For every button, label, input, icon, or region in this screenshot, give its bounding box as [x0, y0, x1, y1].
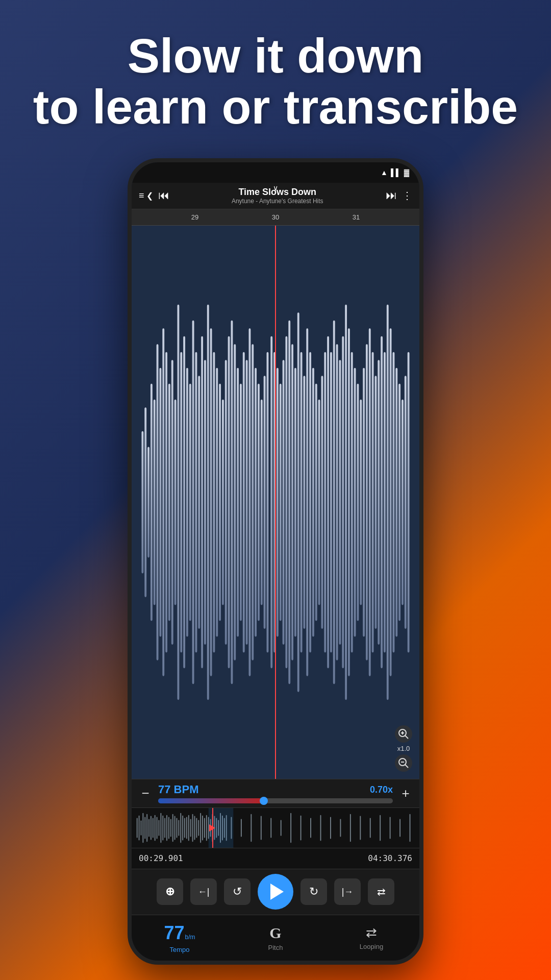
svg-rect-61 — [324, 352, 326, 652]
svg-rect-155 — [350, 814, 351, 842]
svg-rect-100 — [142, 813, 143, 843]
svg-rect-84 — [392, 352, 394, 652]
svg-rect-121 — [184, 818, 185, 838]
svg-rect-107 — [157, 817, 158, 839]
zoom-out-button[interactable] — [395, 754, 412, 772]
svg-rect-46 — [280, 383, 282, 621]
svg-rect-97 — [137, 818, 138, 838]
svg-line-91 — [405, 736, 408, 739]
svg-rect-77 — [372, 352, 374, 652]
speed-value: 0.70x — [370, 785, 393, 795]
svg-rect-15 — [186, 368, 188, 636]
svg-rect-112 — [166, 815, 167, 841]
svg-rect-48 — [285, 336, 287, 668]
svg-rect-161 — [410, 814, 411, 842]
svg-rect-6 — [159, 368, 161, 636]
prev-track-button[interactable]: ⏮ — [158, 189, 169, 202]
forward-button[interactable]: ↻ — [300, 878, 327, 905]
nav-item-looping[interactable]: ⇄ Looping — [323, 925, 419, 950]
time-total: 04:30.376 — [368, 853, 412, 863]
nav-item-pitch[interactable]: G Pitch — [228, 924, 323, 951]
pitch-icon: G — [269, 924, 281, 942]
svg-rect-153 — [330, 817, 331, 839]
zoom-in-button[interactable] — [395, 725, 412, 743]
svg-rect-158 — [380, 815, 381, 841]
tempo-display: 77 b/m — [164, 922, 195, 944]
rewind-button[interactable]: ↺ — [224, 878, 251, 905]
svg-rect-5 — [157, 344, 159, 660]
svg-rect-72 — [357, 383, 359, 621]
mini-playhead-arrow — [209, 824, 215, 831]
svg-rect-132 — [206, 815, 207, 841]
svg-rect-20 — [201, 336, 203, 668]
time-display: 00:29.901 04:30.376 — [132, 848, 419, 869]
signal-icon: ▌▌ — [391, 168, 401, 177]
svg-rect-127 — [196, 818, 197, 838]
svg-rect-89 — [408, 352, 410, 652]
svg-rect-117 — [177, 818, 178, 838]
svg-rect-36 — [248, 328, 251, 676]
svg-rect-34 — [243, 352, 245, 652]
svg-rect-12 — [177, 304, 179, 699]
hero-title: Slow it down to learn or transcribe — [31, 31, 520, 133]
svg-rect-57 — [312, 368, 314, 636]
svg-rect-80 — [381, 336, 383, 668]
svg-rect-150 — [300, 815, 302, 840]
svg-rect-32 — [237, 368, 239, 636]
svg-rect-55 — [306, 328, 308, 676]
play-button[interactable] — [258, 874, 293, 910]
timeline-ruler: 29 30 31 — [132, 209, 419, 226]
svg-rect-53 — [300, 352, 303, 652]
svg-rect-154 — [340, 819, 341, 837]
svg-rect-43 — [270, 336, 272, 668]
svg-rect-129 — [200, 813, 201, 843]
plus-button[interactable]: + — [398, 786, 413, 801]
svg-rect-35 — [246, 360, 248, 644]
svg-rect-28 — [225, 360, 227, 644]
bpm-slider-track[interactable] — [158, 798, 393, 803]
menu-button[interactable]: ≡ ❮ — [139, 190, 153, 201]
top-bar: ∨ ≡ ❮ ⏮ Time Slows Down Anytune - Anytun… — [132, 183, 419, 209]
loop-button[interactable]: ⇄ — [368, 878, 394, 905]
svg-rect-19 — [198, 376, 200, 629]
svg-rect-71 — [354, 368, 356, 636]
nav-item-tempo[interactable]: 77 b/m Tempo — [132, 922, 228, 953]
minus-button[interactable]: − — [138, 786, 153, 801]
pitch-label: Pitch — [268, 944, 283, 951]
bpm-value: 77 BPM — [158, 783, 198, 796]
more-menu-button[interactable]: ⋮ — [402, 189, 412, 202]
back-icon: ❮ — [146, 191, 153, 201]
chevron-down-icon[interactable]: ∨ — [273, 184, 278, 192]
mini-waveform[interactable] — [132, 807, 419, 848]
svg-rect-145 — [251, 814, 252, 842]
svg-rect-144 — [241, 819, 242, 837]
svg-rect-119 — [180, 813, 181, 843]
bpm-slider-thumb[interactable] — [260, 797, 268, 805]
svg-rect-157 — [370, 818, 371, 838]
tempo-unit: b/m — [185, 934, 195, 941]
svg-rect-58 — [315, 383, 317, 621]
svg-rect-63 — [330, 352, 332, 652]
prev-marker-button[interactable]: ←| — [190, 878, 217, 905]
svg-rect-10 — [171, 360, 173, 644]
next-marker-button[interactable]: |→ — [334, 878, 361, 905]
svg-rect-116 — [174, 816, 176, 840]
svg-rect-149 — [290, 813, 291, 843]
svg-rect-62 — [327, 336, 329, 668]
ruler-mark-left: 29 — [191, 213, 198, 221]
next-track-button[interactable]: ⏭ — [386, 189, 397, 202]
svg-rect-25 — [216, 368, 218, 636]
svg-rect-41 — [264, 376, 266, 629]
svg-rect-13 — [180, 352, 182, 652]
svg-rect-75 — [366, 344, 368, 660]
tempo-label: Tempo — [169, 946, 189, 953]
svg-line-95 — [405, 765, 408, 768]
svg-rect-151 — [310, 818, 311, 838]
svg-rect-109 — [160, 813, 161, 843]
ruler-mark-center: 30 — [272, 213, 279, 221]
waveform-area[interactable]: x1.0 — [132, 226, 419, 779]
svg-rect-50 — [291, 344, 293, 660]
hero-section: Slow it down to learn or transcribe — [0, 0, 551, 148]
svg-rect-0 — [141, 431, 143, 573]
add-marker-button[interactable]: ⊕ — [157, 878, 183, 905]
